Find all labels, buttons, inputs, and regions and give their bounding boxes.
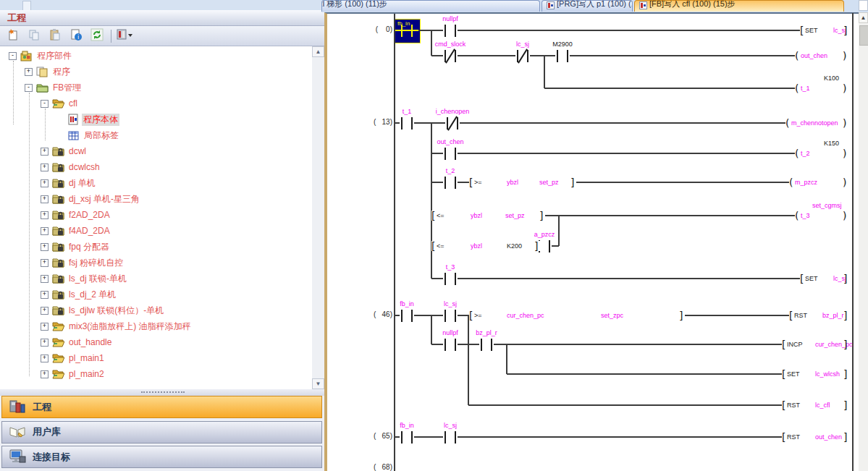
tree-item-0[interactable]: -程序部件 xyxy=(9,48,73,64)
scroll-up-arrow-icon[interactable]: ▲ xyxy=(859,12,868,23)
fopen-icon xyxy=(52,352,64,364)
tree-item-label: ls_dj_2 单机 xyxy=(67,289,117,301)
tree-expander[interactable]: + xyxy=(41,339,49,347)
ladder-doc-icon xyxy=(547,1,555,11)
refresh-button[interactable] xyxy=(88,27,106,45)
tree-item-f4ad-2da[interactable]: +f4AD_2DA xyxy=(41,223,111,239)
tree-scrollbar[interactable]: ▲ ▼ xyxy=(312,46,324,389)
tree-expander[interactable]: + xyxy=(41,259,49,267)
scrollbar-thumb[interactable] xyxy=(859,25,868,46)
flock-icon xyxy=(52,305,64,316)
splitter-dots-icon xyxy=(141,391,185,393)
toolbar-separator xyxy=(111,30,111,43)
body-icon xyxy=(68,114,79,125)
tree-expander[interactable]: + xyxy=(41,307,49,315)
paste-button[interactable] xyxy=(46,27,64,45)
tree-item-pl-main2[interactable]: +pl_main2 xyxy=(41,366,106,382)
tree-item-pl-main1[interactable]: +pl_main1 xyxy=(41,350,106,366)
tree-item-label: 程序 xyxy=(51,66,72,78)
tab-label: [FB]写入 cfl (100) (15)步 xyxy=(649,0,736,9)
tree-item-label: 程序部件 xyxy=(35,50,73,62)
tree-guide-line xyxy=(13,61,14,124)
tree-item-out-handle[interactable]: +out_handle xyxy=(41,334,113,350)
flock-icon xyxy=(52,257,64,268)
tree-item-1[interactable]: +程序 xyxy=(25,64,72,80)
tree-item-dcwl[interactable]: +dcwl xyxy=(41,143,88,159)
tree-expander[interactable]: + xyxy=(41,211,49,219)
tree-expander[interactable]: + xyxy=(41,164,49,171)
new-item-button[interactable] xyxy=(4,27,22,45)
refresh-icon xyxy=(90,28,104,44)
fbm-icon xyxy=(36,82,49,93)
tree-expander[interactable]: + xyxy=(41,243,49,251)
document-tab-2[interactable]: [FB]写入 cfl (100) (15)步 xyxy=(634,0,844,12)
property-button[interactable]: i xyxy=(67,27,85,45)
flock-icon xyxy=(52,193,64,205)
editor-corner-box[interactable] xyxy=(859,0,868,11)
tree-expander[interactable]: + xyxy=(41,323,49,331)
tree-item-12[interactable]: +fpq 分配器 xyxy=(41,239,111,255)
flock-icon xyxy=(52,241,64,253)
pinfo-icon: i xyxy=(69,28,83,44)
tree-item-cfl[interactable]: -cfl xyxy=(41,96,79,111)
tree-expander[interactable]: + xyxy=(41,355,49,362)
panel-splitter[interactable] xyxy=(0,389,324,396)
copy-button[interactable] xyxy=(25,27,43,45)
document-tabbar: 写入 p_zl 梯形 (100) (11)步[PRG]写入 p1 (100) (… xyxy=(321,0,868,12)
tree-item-2[interactable]: -FB管理 xyxy=(25,80,83,96)
tree-expander[interactable]: - xyxy=(25,84,33,92)
nav-item-label: 连接目标 xyxy=(33,451,70,464)
tree-expander[interactable]: + xyxy=(41,275,49,283)
tree-item-4[interactable]: 程序本体 xyxy=(56,111,119,127)
tree-expander[interactable]: + xyxy=(41,148,49,156)
tree-expander[interactable]: + xyxy=(41,370,49,378)
tree-expander[interactable]: + xyxy=(41,291,49,299)
project-panel-toolbar: i xyxy=(0,26,324,46)
scroll-down-arrow-icon[interactable]: ▼ xyxy=(312,378,324,389)
fopen-icon xyxy=(52,98,64,109)
tree-item-8[interactable]: +dj 单机 xyxy=(41,175,97,191)
tab-label: 写入 p_zl 梯形 (100) (11)步 xyxy=(321,0,387,9)
tree-item-label: fpq 分配器 xyxy=(67,241,111,253)
tree-expander[interactable]: + xyxy=(41,179,49,187)
tree-item-16[interactable]: +ls_djlw 联锁(料位）-单机 xyxy=(41,302,165,318)
ladder-editor-canvas[interactable] xyxy=(324,12,859,471)
tree-item-label: pl_main1 xyxy=(67,353,106,363)
scroll-up-arrow-icon[interactable]: ▲ xyxy=(312,46,324,57)
mode-icon xyxy=(117,28,134,44)
tree-item-label: fsj 粉碎机自控 xyxy=(67,257,125,269)
newdoc-icon xyxy=(7,28,20,44)
editor-vertical-scrollbar[interactable]: ▲ xyxy=(859,12,868,471)
nav-item-label: 工程 xyxy=(33,401,51,414)
nav-item-label: 用户库 xyxy=(33,425,61,438)
tree-expander[interactable]: - xyxy=(41,100,49,108)
flock-icon xyxy=(52,273,64,284)
nav-item-1[interactable]: 用户库 xyxy=(1,421,322,444)
tree-item-label: out_handle xyxy=(67,337,113,347)
display-mode-button[interactable] xyxy=(117,27,134,45)
prog-icon xyxy=(36,66,49,77)
document-tab-1[interactable]: [PRG]写入 p1 (100) (14)步 xyxy=(542,0,633,12)
tree-item-f2ad-2da[interactable]: +f2AD_2DA xyxy=(41,207,111,223)
tree-item-15[interactable]: +ls_dj_2 单机 xyxy=(41,287,117,302)
flock-icon xyxy=(52,209,64,221)
tree-item-17[interactable]: +mix3(油脂放秤上) 油脂秤添加秤 xyxy=(41,318,193,334)
tree-item-14[interactable]: +ls_dj 联锁-单机 xyxy=(41,271,128,287)
tree-item-dcwlcsh[interactable]: +dcwlcsh xyxy=(41,159,101,175)
tree-expander[interactable]: + xyxy=(25,68,33,76)
flock-icon xyxy=(52,161,64,173)
nav-item-2[interactable]: 连接目标 xyxy=(1,446,322,468)
tree-expander[interactable]: + xyxy=(41,227,49,235)
toolbar-grip[interactable] xyxy=(22,1,31,11)
document-tab-0[interactable]: 写入 p_zl 梯形 (100) (11)步 xyxy=(321,0,540,12)
project-panel: 工程 i -程序部件+程序-FB管理-cfl程序本体局部标签+dcwl+dcwl… xyxy=(0,0,325,471)
tree-item-5[interactable]: 局部标签 xyxy=(56,127,120,143)
tree-item-13[interactable]: +fsj 粉碎机自控 xyxy=(41,255,125,271)
tree-item-label: pl_main2 xyxy=(67,369,106,379)
nav-item-0[interactable]: 工程 xyxy=(1,396,322,418)
tree-item-9[interactable]: +dj_xsj 单机-星三角 xyxy=(41,191,141,207)
tree-expander[interactable]: - xyxy=(9,52,17,60)
tree-item-label: dj_xsj 单机-星三角 xyxy=(67,193,141,205)
tree-item-label: cfl xyxy=(67,98,79,109)
tree-expander[interactable]: + xyxy=(41,195,49,203)
